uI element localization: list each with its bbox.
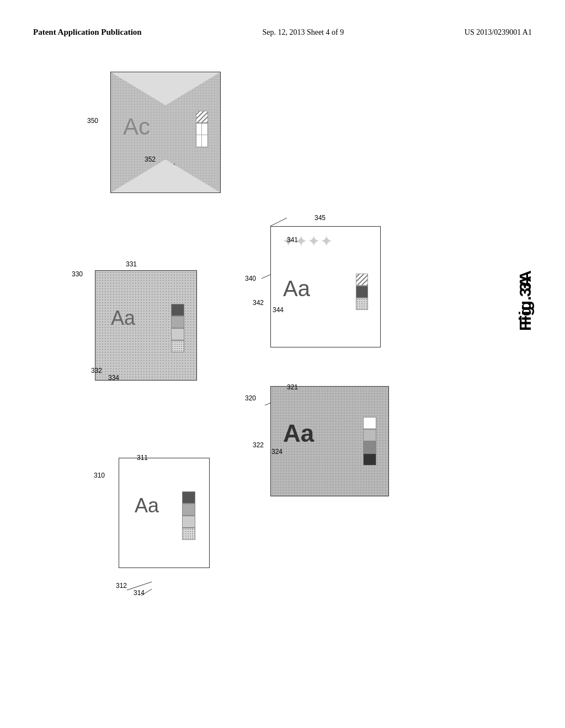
ref-322: 322 bbox=[253, 441, 264, 449]
ref-312: 312 bbox=[116, 582, 127, 590]
ref-331: 331 bbox=[126, 260, 137, 268]
diagram-310: Aa bbox=[119, 458, 210, 568]
header-right: US 2013/0239001 A1 bbox=[465, 28, 532, 37]
diagram-350: Ac bbox=[110, 72, 221, 193]
ref-342: 342 bbox=[253, 299, 264, 307]
ref-324: 324 bbox=[271, 448, 282, 456]
ref-334: 334 bbox=[108, 374, 119, 382]
aa-320: Aa bbox=[283, 420, 314, 447]
diagram-330: Aa bbox=[95, 270, 197, 381]
ref-332: 332 bbox=[91, 367, 102, 374]
page-header: Patent Application Publication Sep. 12, … bbox=[0, 28, 565, 37]
swatch-stack-340 bbox=[356, 274, 368, 310]
ref-320: 320 bbox=[245, 394, 256, 402]
swatch-stack-320 bbox=[363, 417, 376, 465]
ref-341: 341 bbox=[287, 236, 298, 244]
aa-330: Aa bbox=[111, 307, 135, 330]
svg-line-14 bbox=[270, 218, 287, 226]
figure-label-display: Fig. 3A bbox=[516, 270, 535, 325]
diagram-320: Aa bbox=[270, 386, 389, 496]
header-left: Patent Application Publication bbox=[33, 28, 142, 37]
ref-314: 314 bbox=[134, 589, 145, 597]
header-center: Sep. 12, 2013 Sheet 4 of 9 bbox=[262, 28, 344, 37]
ref-321: 321 bbox=[287, 383, 298, 391]
ac-350: Ac bbox=[123, 114, 150, 140]
ref-352: 352 bbox=[145, 156, 156, 163]
swatch-stack-310 bbox=[182, 491, 195, 540]
swatch-stack-330 bbox=[171, 304, 184, 352]
aa-310: Aa bbox=[135, 494, 159, 517]
ref-340: 340 bbox=[245, 275, 256, 282]
ref-345: 345 bbox=[315, 214, 326, 222]
ref-310: 310 bbox=[94, 472, 105, 479]
swatch-stack-350 bbox=[196, 111, 208, 147]
ref-344: 344 bbox=[273, 306, 284, 314]
ref-311: 311 bbox=[137, 454, 148, 462]
diagram-340: ✦✦✦✦ Aa bbox=[270, 226, 381, 347]
aa-340: Aa bbox=[283, 276, 310, 301]
ref-330: 330 bbox=[72, 270, 83, 278]
ref-350: 350 bbox=[87, 117, 98, 125]
